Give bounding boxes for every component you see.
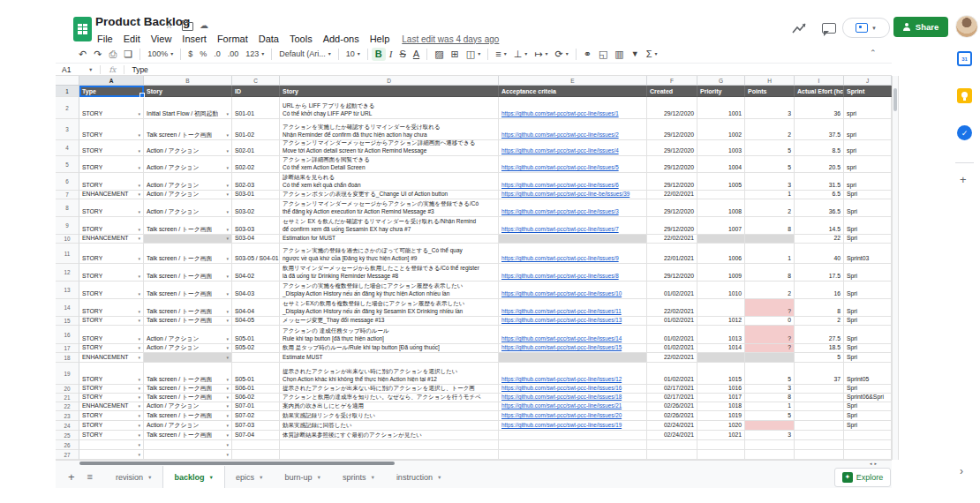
menu-data[interactable]: Data bbox=[253, 32, 284, 46]
dropdown-caret-icon[interactable]: ▾ bbox=[224, 131, 229, 139]
column-header-F[interactable]: F bbox=[647, 76, 697, 86]
column-header-E[interactable]: E bbox=[499, 76, 647, 86]
cell-F9[interactable]: 29/12/2020 bbox=[647, 217, 697, 235]
cell-F12[interactable]: 29/12/2020 bbox=[647, 264, 697, 282]
insert-chart-icon[interactable]: ▥ bbox=[611, 48, 627, 61]
row-header-17[interactable]: 17 bbox=[56, 344, 79, 353]
increase-decimals-icon[interactable]: .00 bbox=[224, 48, 243, 61]
column-header-B[interactable]: B bbox=[144, 76, 232, 86]
cell-I25[interactable] bbox=[795, 431, 844, 440]
cell-D12[interactable]: 飲用リマインダーメッセージから飲用したことを登録できる/Có thể regis… bbox=[280, 264, 499, 282]
cell-A10[interactable]: ENHANCEMENT▾ bbox=[79, 235, 144, 244]
cell-C1[interactable]: ID bbox=[232, 86, 280, 97]
row-header-12[interactable]: 12 bbox=[56, 264, 79, 282]
github-issue-link[interactable]: https://github.com/swt-pcc/swt-pcc-line/… bbox=[501, 422, 622, 429]
dropdown-caret-icon[interactable]: ▾ bbox=[136, 147, 140, 154]
cell-E13[interactable]: https://github.com/swt-pcc/swt-pcc-line/… bbox=[499, 282, 647, 299]
github-issue-link[interactable]: https://github.com/swt-pcc/swt-pcc-line/… bbox=[501, 226, 619, 233]
cell-H17[interactable]: ? bbox=[745, 344, 795, 353]
github-issue-link[interactable]: https://github.com/swt-pcc/swt-pcc-line/… bbox=[501, 394, 622, 401]
github-issue-link[interactable]: https://github.com/swt-pcc/swt-pcc-line/… bbox=[501, 344, 622, 351]
cell-C14[interactable]: S04-04 bbox=[232, 299, 280, 317]
zoom-select[interactable]: 100%▾ bbox=[144, 48, 177, 61]
cell-F19[interactable]: 01/02/2021 bbox=[647, 363, 697, 385]
cell-C21[interactable]: S06-02 bbox=[232, 394, 280, 402]
cell-D16[interactable]: アクションの 達成任務タップ時のルールRule khi tap button [… bbox=[280, 326, 499, 344]
cell-J15[interactable]: Spri bbox=[844, 317, 892, 326]
row-header-16[interactable]: 16 bbox=[56, 326, 79, 344]
print-icon[interactable]: ⎙ bbox=[105, 48, 120, 61]
cell-G24[interactable]: 1020 bbox=[697, 421, 745, 431]
cell-C27[interactable] bbox=[232, 450, 280, 460]
cell-A27[interactable]: ▾ bbox=[79, 450, 144, 460]
cell-A8[interactable]: STORY▾ bbox=[79, 199, 144, 217]
cell-A12[interactable]: STORY▾ bbox=[79, 264, 144, 282]
menu-help[interactable]: Help bbox=[365, 32, 396, 46]
cell-J26[interactable] bbox=[844, 440, 892, 450]
github-issue-link[interactable]: https://github.com/swt-pcc/swt-pcc-line/… bbox=[501, 290, 622, 297]
row-header-22[interactable]: 22 bbox=[56, 402, 79, 411]
vertical-scrollbar[interactable] bbox=[892, 76, 899, 460]
cell-C8[interactable]: S03-02 bbox=[232, 199, 280, 217]
name-box-caret-icon[interactable]: ▼ bbox=[88, 67, 93, 72]
cell-F2[interactable]: 29/12/2020 bbox=[647, 97, 697, 119]
cell-F8[interactable]: 29/12/2020 bbox=[647, 199, 697, 217]
formula-input[interactable]: Type bbox=[132, 65, 147, 74]
cell-B16[interactable]: Action / アクション▾ bbox=[144, 326, 232, 344]
dropdown-caret-icon[interactable]: ▾ bbox=[136, 441, 140, 448]
cell-J16[interactable]: Spri bbox=[844, 326, 892, 344]
dropdown-caret-icon[interactable]: ▾ bbox=[224, 354, 229, 361]
get-addons-icon[interactable]: + bbox=[960, 173, 967, 186]
cell-B2[interactable]: Initial Start Flow / 初回起動▾ bbox=[144, 97, 232, 119]
cell-J5[interactable]: spri bbox=[844, 156, 892, 173]
row-header-11[interactable]: 11 bbox=[56, 244, 79, 264]
name-box[interactable]: A1 bbox=[56, 65, 88, 74]
cell-B15[interactable]: Talk screen / トーク画面▾ bbox=[144, 317, 232, 326]
insert-comment-icon[interactable]: ◱ bbox=[595, 48, 611, 61]
row-header-13[interactable]: 13 bbox=[56, 282, 79, 299]
cell-J23[interactable]: Spri bbox=[844, 411, 892, 421]
dropdown-caret-icon[interactable]: ▾ bbox=[136, 394, 140, 401]
cell-J22[interactable]: Spri bbox=[844, 402, 892, 411]
menu-format[interactable]: Format bbox=[212, 32, 253, 46]
cell-I5[interactable]: 20.5 bbox=[795, 156, 844, 173]
cell-J24[interactable]: Spri bbox=[844, 421, 892, 431]
row-header-21[interactable]: 21 bbox=[56, 394, 79, 402]
cell-H10[interactable] bbox=[745, 235, 795, 244]
cell-I22[interactable] bbox=[795, 402, 844, 411]
strikethrough-button[interactable]: S bbox=[396, 48, 409, 61]
cell-I3[interactable]: 37.5 bbox=[795, 119, 844, 140]
column-header-A[interactable]: A bbox=[79, 76, 144, 86]
github-issue-link[interactable]: https://github.com/swt-pcc/swt-pcc-line/… bbox=[501, 182, 619, 189]
dropdown-caret-icon[interactable]: ▾ bbox=[224, 226, 229, 233]
cell-H11[interactable]: 1 bbox=[745, 244, 795, 264]
cell-I27[interactable] bbox=[795, 450, 844, 460]
cell-C11[interactable]: S03-05 / S04-01 bbox=[232, 244, 280, 264]
cell-G7[interactable] bbox=[697, 191, 745, 199]
cell-B3[interactable]: Talk screen / トーク画面▾ bbox=[144, 119, 232, 140]
dropdown-caret-icon[interactable]: ▾ bbox=[224, 208, 229, 215]
cell-E9[interactable]: https://github.com/swt-pcc/swt-pcc-line/… bbox=[499, 217, 647, 235]
meet-presentation-button[interactable]: ▼ bbox=[842, 18, 890, 38]
cell-B11[interactable]: Talk screen / トーク画面▾ bbox=[144, 244, 232, 264]
cell-C24[interactable]: S07-03 bbox=[232, 421, 280, 431]
cell-A15[interactable]: STORY▾ bbox=[79, 317, 144, 326]
dropdown-caret-icon[interactable]: ▾ bbox=[224, 147, 229, 154]
column-header-J[interactable]: J bbox=[844, 76, 892, 86]
cell-G13[interactable]: 1010 bbox=[697, 282, 745, 299]
cell-H14[interactable]: ? bbox=[745, 299, 795, 317]
cell-E6[interactable]: https://github.com/swt-pcc/swt-pcc-line/… bbox=[499, 173, 647, 191]
cell-B23[interactable]: Talk screen / トーク画面▾ bbox=[144, 411, 232, 421]
cell-A24[interactable]: STORY▾ bbox=[79, 421, 144, 431]
filter-icon[interactable]: ▼ bbox=[628, 48, 643, 61]
cell-F26[interactable] bbox=[647, 440, 697, 450]
cell-E14[interactable]: https://github.com/swt-pcc/swt-pcc-line/… bbox=[499, 299, 647, 317]
cell-B24[interactable]: Action / アクション▾ bbox=[144, 421, 232, 431]
cell-F3[interactable]: 29/12/2020 bbox=[647, 119, 697, 140]
github-issue-link[interactable]: https://github.com/swt-pcc/swt-pcc-line/… bbox=[501, 317, 622, 324]
cell-C19[interactable]: S05-01 bbox=[232, 363, 280, 385]
cell-C4[interactable]: S02-01 bbox=[232, 140, 280, 156]
column-header-D[interactable]: D bbox=[280, 76, 499, 86]
cell-E21[interactable]: https://github.com/swt-pcc/swt-pcc-line/… bbox=[499, 394, 647, 402]
comments-icon[interactable] bbox=[822, 23, 836, 34]
